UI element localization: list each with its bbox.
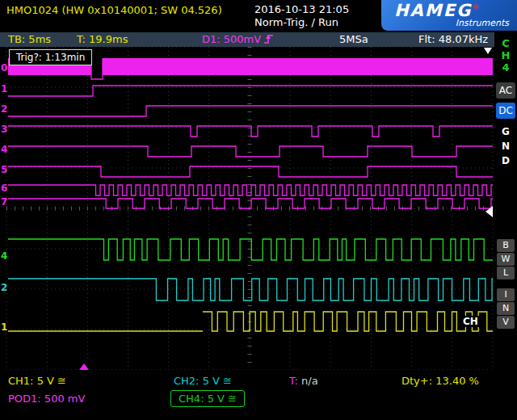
pod-d5: [8, 166, 493, 177]
coupling-gnd-button[interactable]: GND: [496, 124, 515, 168]
coupling-dc-button[interactable]: DC: [496, 103, 515, 119]
stack-letter: B: [497, 239, 515, 252]
invert-button[interactable]: INV: [496, 288, 515, 330]
bottom-bar: CH1: 5 V ≅ CH2: 5 V ≅ T: n/a Dty+: 13.40…: [0, 370, 517, 420]
side-menu-channel-label: CH4: [494, 37, 517, 74]
duty-cycle-status: Dty+: 13.40 %: [401, 375, 479, 387]
registered-mark: ®: [472, 3, 481, 11]
trigger-time-label: T:: [289, 375, 298, 387]
rising-edge-icon: [263, 34, 274, 44]
pod-d2: [8, 106, 493, 116]
acquisition-status: Norm-Trig. / Run: [254, 16, 338, 28]
timebase-readout: TB: 5ms: [8, 33, 51, 45]
pod-d0: [91, 58, 103, 79]
channel-marker[interactable]: 0: [1, 62, 7, 74]
trigger-offset-readout: T: 19.9ms: [77, 33, 128, 45]
stack-letter: 4: [494, 61, 517, 74]
sample-rate-readout: 5MSa: [339, 33, 368, 45]
stack-letter: N: [496, 139, 515, 153]
pod-d6: [8, 185, 493, 195]
datetime: 2016-10-13 21:05: [254, 3, 349, 15]
tri-down-marker[interactable]: [484, 48, 492, 54]
hameg-logo: HAMEG® Instruments: [381, 0, 517, 31]
device-info: HMO1024 (HW 0x10140001; SW 04.526): [6, 4, 222, 16]
channel-marker[interactable]: 1: [1, 321, 7, 333]
trigger-time-value: n/a: [301, 375, 318, 387]
ch1-status[interactable]: CH1: 5 V ≅: [8, 375, 66, 387]
pod-d3: [8, 126, 493, 136]
trigger-time-status: T: n/a: [289, 375, 318, 387]
tri-left-marker[interactable]: [485, 206, 493, 217]
pod-d1: [8, 86, 493, 96]
stack-letter: G: [496, 124, 515, 139]
pod1-status[interactable]: POD1: 500 mV: [8, 393, 85, 405]
trigger-level-readout: D1: 500mV: [202, 33, 274, 45]
channel-marker[interactable]: 5: [1, 164, 7, 175]
pod-d7: [8, 199, 493, 208]
ch-overlay-label: CH: [461, 316, 480, 327]
stack-letter: N: [497, 302, 515, 315]
channel-marker[interactable]: 7: [1, 196, 7, 208]
channel-marker[interactable]: 6: [1, 183, 7, 194]
channel-marker[interactable]: 4: [1, 250, 7, 262]
ch4-status[interactable]: CH4: 5 V ≅: [170, 390, 245, 407]
header: HMO1024 (HW 0x10140001; SW 04.526) 2016-…: [0, 0, 517, 32]
pod-d4: [8, 146, 493, 157]
channel-marker[interactable]: 1: [1, 83, 7, 94]
channel-marker[interactable]: 2: [1, 103, 7, 115]
stack-letter: H: [494, 49, 517, 61]
pod-d0-band: [103, 58, 493, 75]
ch2-status[interactable]: CH2: 5 V ≅: [174, 375, 232, 387]
channel-marker[interactable]: 4: [1, 144, 7, 155]
stack-letter: I: [497, 288, 515, 301]
stack-letter: L: [497, 267, 515, 279]
trigger-level-text: D1: 500mV: [202, 33, 261, 45]
status-bar: TB: 5ms T: 19.9ms D1: 500mV 5MSa Flt: 48…: [0, 32, 494, 47]
oscilloscope-screen: 01234567421 HMO1024 (HW 0x10140001; SW 0…: [0, 0, 517, 420]
coupling-ac-button[interactable]: AC: [496, 82, 515, 99]
trigger-status-label: Trig?: 1:13min: [9, 49, 92, 65]
stack-letter: C: [494, 37, 517, 49]
stack-letter: W: [497, 253, 515, 266]
side-menu: CH4 AC DC GND BWL INV: [494, 32, 517, 372]
filter-readout: Flt: 48.07kHz: [418, 33, 488, 45]
channel-marker[interactable]: 2: [1, 282, 7, 293]
stack-letter: D: [496, 153, 515, 168]
channel-marker[interactable]: 3: [1, 124, 7, 135]
bandwidth-limit-button[interactable]: BWL: [496, 238, 515, 280]
stack-letter: V: [497, 316, 515, 329]
